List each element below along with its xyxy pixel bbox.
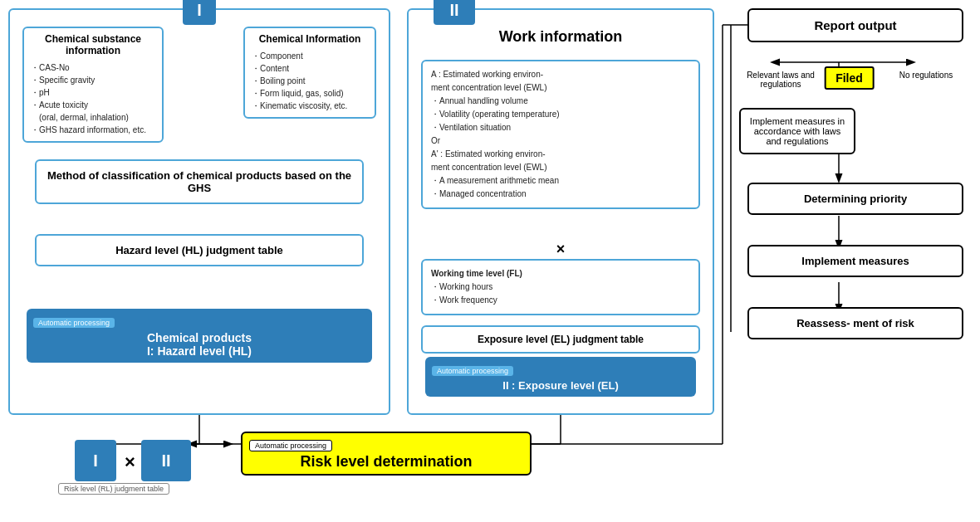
chem-info-title: Chemical Information bbox=[252, 33, 368, 45]
chem-substance-items: ・CAS-No ・Specific gravity ・pH ・Acute tox… bbox=[31, 61, 155, 136]
work-info-content: A : Estimated working environ- ment conc… bbox=[421, 60, 700, 209]
risk-level-text: Risk level determination bbox=[249, 453, 523, 471]
badge-roman-I: I bbox=[183, 0, 216, 25]
classification-box: Method of classification of chemical pro… bbox=[35, 159, 364, 204]
auto-text-middle: II : Exposure level (EL) bbox=[432, 379, 689, 392]
auto-processing-middle: Automatic processing II : Exposure level… bbox=[425, 357, 696, 397]
exposure-judgment-box: Exposure level (EL) judgment table bbox=[421, 325, 700, 354]
auto-label-left: Automatic processing bbox=[33, 318, 115, 328]
middle-section: II Work information A : Estimated workin… bbox=[407, 8, 714, 415]
bottom-multiply: × bbox=[125, 451, 135, 473]
relevant-laws-section: Relevant laws and regulations bbox=[731, 71, 831, 89]
rl-judgment-label: Risk level (RL) judgment table bbox=[58, 483, 169, 495]
chemical-substance-box: Chemical substance information ・CAS-No ・… bbox=[22, 27, 164, 143]
bottom-badge-I: I bbox=[75, 440, 116, 481]
relevant-laws-text: Relevant laws and regulations bbox=[747, 71, 815, 89]
auto-processing-left: Automatic processing Chemical products I… bbox=[27, 309, 372, 363]
auto-label-middle: Automatic processing bbox=[432, 366, 513, 376]
diagram: I Chemical substance information ・CAS-No… bbox=[0, 0, 980, 522]
reassess-box: Reassess- ment of risk bbox=[747, 307, 963, 339]
bottom-badge-II: II bbox=[141, 440, 191, 481]
hazard-level-box: Hazard level (HL) judgment table bbox=[35, 234, 364, 266]
chem-substance-title: Chemical substance information bbox=[31, 33, 155, 56]
badge-roman-II: II bbox=[434, 0, 475, 25]
implement-measures-box: Implement measures bbox=[747, 245, 963, 277]
right-section: Report output Relevant laws and regulati… bbox=[731, 8, 968, 415]
filed-badge: Filed bbox=[824, 66, 875, 90]
multiply-sign: × bbox=[556, 241, 566, 258]
risk-determination-box: Automatic processing Risk level determin… bbox=[241, 432, 532, 476]
implement-laws-box: Implement measures in accordance with la… bbox=[739, 108, 855, 154]
chem-info-items: ・Component ・Content ・Boiling point ・Form… bbox=[252, 50, 368, 112]
work-info-title: Work information bbox=[499, 28, 623, 46]
report-output-box: Report output bbox=[747, 8, 963, 42]
no-regulations-text: No regulations bbox=[884, 71, 968, 80]
working-time-box: Working time level (FL) ・Working hours ・… bbox=[421, 259, 700, 315]
left-section: I Chemical substance information ・CAS-No… bbox=[8, 8, 390, 415]
auto-label-bottom: Automatic processing bbox=[249, 440, 332, 451]
determining-priority-box: Determining priority bbox=[747, 183, 963, 215]
auto-text-left: Chemical products I: Hazard level (HL) bbox=[33, 331, 365, 358]
chemical-info-box: Chemical Information ・Component ・Content… bbox=[243, 27, 376, 119]
